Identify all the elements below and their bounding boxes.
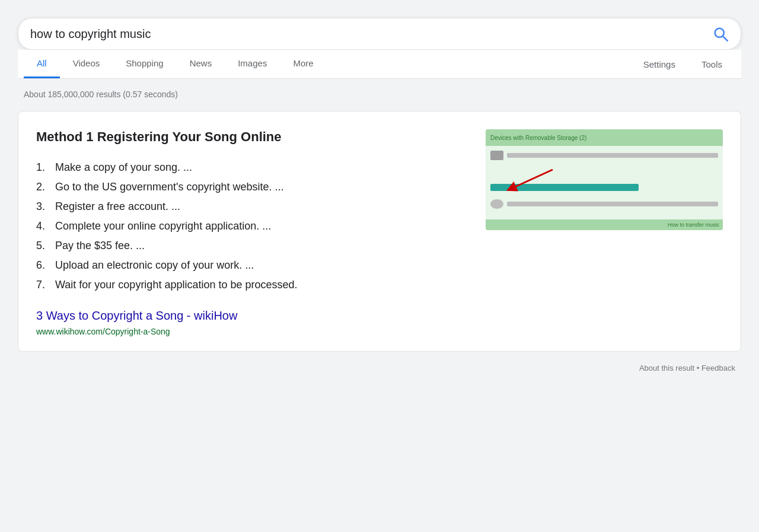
- list-item: 3. Register a free account. ...: [36, 197, 474, 216]
- tab-shopping[interactable]: Shopping: [113, 50, 176, 78]
- result-title: Method 1 Registering Your Song Online: [36, 129, 474, 145]
- list-item: 2. Go to the US government's copyright w…: [36, 177, 474, 197]
- arrow-icon: [493, 164, 565, 196]
- nav-right: Settings Tools: [630, 51, 735, 78]
- list-item: 7. Wait for your copyright application t…: [36, 275, 474, 295]
- image-caption: Devices with Removable Storage (2): [490, 135, 586, 141]
- list-item: 6. Upload an electronic copy of your wor…: [36, 256, 474, 275]
- tab-videos[interactable]: Videos: [60, 50, 113, 78]
- search-button[interactable]: [712, 26, 729, 42]
- tab-all[interactable]: All: [24, 50, 60, 78]
- footer-separator: •: [697, 364, 700, 372]
- result-list: 1. Make a copy of your song. ... 2. Go t…: [36, 158, 474, 295]
- image-row-2: [490, 199, 718, 209]
- image-top-bar: Devices with Removable Storage (2): [486, 129, 723, 146]
- nav-tabs: All Videos Shopping News Images More: [24, 50, 630, 78]
- search-bar: [18, 18, 741, 50]
- tab-more[interactable]: More: [280, 50, 326, 78]
- arrow-area: [490, 164, 718, 199]
- svg-line-3: [511, 170, 553, 189]
- search-icon: [712, 26, 729, 42]
- settings-link[interactable]: Settings: [630, 51, 688, 78]
- list-item: 1. Make a copy of your song. ...: [36, 158, 474, 177]
- image-bottom-bar: How to transfer music: [486, 219, 723, 230]
- result-link[interactable]: 3 Ways to Copyright a Song - wikiHow: [36, 309, 474, 323]
- list-item: 5. Pay the $35 fee. ...: [36, 236, 474, 256]
- list-item: 4. Complete your online copyright applic…: [36, 216, 474, 236]
- svg-line-1: [723, 36, 728, 41]
- feedback-link[interactable]: Feedback: [701, 364, 735, 372]
- result-url: www.wikihow.com/Copyright-a-Song: [36, 327, 170, 336]
- drive-icon: [490, 151, 503, 160]
- result-image: Devices with Removable Storage (2): [486, 129, 723, 230]
- result-card: Method 1 Registering Your Song Online 1.…: [18, 111, 741, 352]
- cloud-icon: [490, 199, 503, 209]
- about-result-link[interactable]: About this result: [639, 364, 694, 372]
- image-row-1: [490, 151, 718, 160]
- tab-news[interactable]: News: [177, 50, 225, 78]
- nav-bar: All Videos Shopping News Images More Set…: [18, 50, 741, 79]
- image-mockup: Devices with Removable Storage (2): [486, 129, 723, 230]
- result-content: Method 1 Registering Your Song Online 1.…: [36, 129, 474, 337]
- text-line-2: [507, 202, 718, 206]
- image-content: [486, 146, 723, 217]
- tab-images[interactable]: Images: [225, 50, 280, 78]
- tools-link[interactable]: Tools: [688, 51, 735, 78]
- results-info: About 185,000,000 results (0.57 seconds): [18, 79, 741, 105]
- page-footer: About this result • Feedback: [18, 358, 741, 378]
- text-line: [507, 153, 718, 158]
- search-input[interactable]: [30, 27, 712, 41]
